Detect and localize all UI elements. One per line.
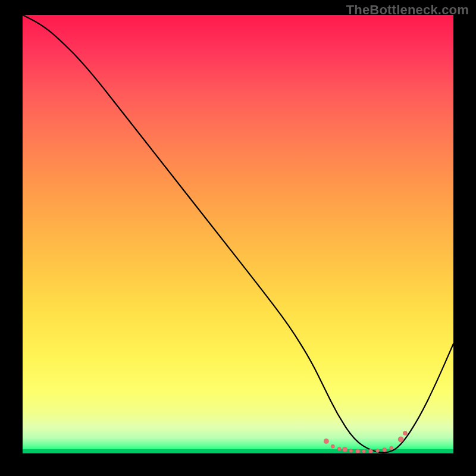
marker-dot bbox=[356, 449, 360, 453]
marker-dot bbox=[376, 449, 380, 453]
chart-svg bbox=[23, 15, 453, 453]
marker-dot bbox=[349, 449, 353, 453]
marker-dot bbox=[403, 431, 407, 436]
marker-dot bbox=[383, 448, 387, 452]
chart-frame: TheBottleneck.com bbox=[0, 0, 476, 476]
marker-dot bbox=[390, 446, 393, 450]
marker-dot bbox=[398, 437, 403, 442]
marker-dot bbox=[331, 444, 334, 448]
marker-dot bbox=[362, 449, 365, 453]
marker-dot bbox=[369, 449, 373, 453]
curve-path bbox=[23, 15, 453, 453]
marker-dot bbox=[343, 447, 347, 452]
plot-area bbox=[23, 15, 453, 453]
marker-dot bbox=[324, 439, 328, 443]
watermark-text: TheBottleneck.com bbox=[346, 2, 469, 18]
marker-dot bbox=[337, 447, 341, 451]
